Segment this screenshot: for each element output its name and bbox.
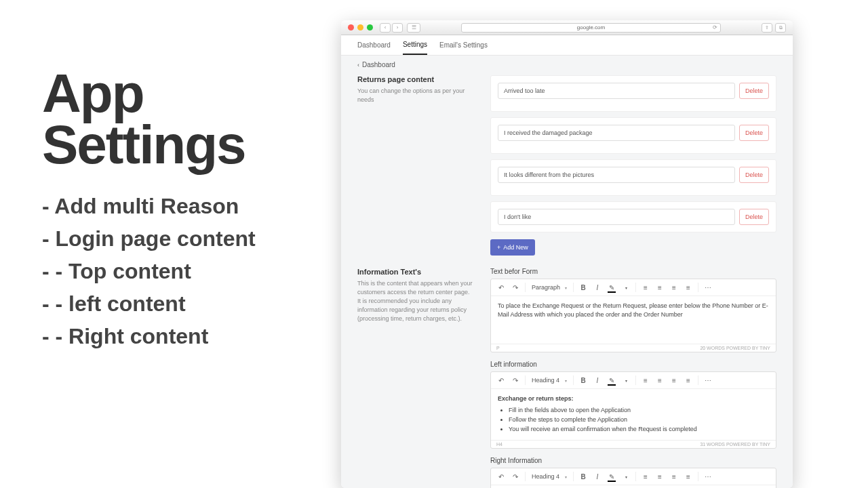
editor-content[interactable]: Is there a cost for exchange or return? … <box>491 485 776 488</box>
feature-item: - - left content <box>42 287 327 320</box>
undo-icon[interactable]: ↶ <box>495 374 507 386</box>
feature-list: - Add multi Reason - Login page content … <box>42 190 327 352</box>
feature-item: - Add multi Reason <box>42 190 327 222</box>
align-right-icon[interactable]: ≡ <box>668 470 680 483</box>
delete-button[interactable]: Delete <box>739 167 769 183</box>
align-left-icon[interactable]: ≡ <box>639 281 652 293</box>
share-icon[interactable]: ⇧ <box>762 23 772 33</box>
sidebar-toggle[interactable]: ☰ <box>407 23 420 33</box>
section-title-info: Information Text's <box>357 268 473 276</box>
align-left-icon[interactable]: ≡ <box>639 470 652 483</box>
editor-label-left: Left information <box>490 361 776 368</box>
italic-icon[interactable]: I <box>591 470 604 483</box>
text-color-icon[interactable]: ✎ <box>606 281 618 293</box>
italic-icon[interactable]: I <box>591 281 604 293</box>
bold-icon[interactable]: B <box>577 470 589 483</box>
align-justify-icon[interactable]: ≡ <box>682 281 694 293</box>
status-words: 20 WORDS POWERED BY TINY <box>700 346 770 350</box>
plus-icon: + <box>497 244 500 251</box>
section-desc-returns: You can change the options as per your n… <box>357 87 473 104</box>
editor-label-right: Right Information <box>490 457 776 464</box>
feature-item: - - Right content <box>42 320 327 352</box>
more-icon[interactable]: ⋯ <box>702 374 714 386</box>
redo-icon[interactable]: ↷ <box>509 281 521 293</box>
align-center-icon[interactable]: ≡ <box>654 374 666 386</box>
format-select[interactable]: Heading 4▾ <box>529 375 570 385</box>
maximize-icon[interactable] <box>367 24 373 30</box>
rich-text-editor-left: ↶ ↷ Heading 4▾ B I ✎ ▾ ≡ ≡ ≡ <box>490 371 776 449</box>
tabs-icon[interactable]: ⧉ <box>775 23 786 33</box>
delete-button[interactable]: Delete <box>739 83 769 99</box>
status-path: H4 <box>496 442 502 447</box>
feature-item: - Login page content <box>42 222 327 255</box>
align-center-icon[interactable]: ≡ <box>654 470 666 483</box>
align-left-icon[interactable]: ≡ <box>639 374 652 386</box>
reason-input[interactable] <box>498 83 735 99</box>
reason-input[interactable] <box>498 209 735 225</box>
forward-button[interactable]: › <box>392 23 403 33</box>
align-right-icon[interactable]: ≡ <box>668 281 680 293</box>
bold-icon[interactable]: B <box>577 374 589 386</box>
page-title: App Settings <box>42 68 327 171</box>
tab-emails-settings[interactable]: Email's Settings <box>439 36 488 54</box>
italic-icon[interactable]: I <box>591 374 604 386</box>
section-desc-info: This is the content that appears when yo… <box>357 279 473 323</box>
browser-chrome: ‹ › ☰ google.com ⟳ ⇧ ⧉ <box>341 20 793 35</box>
format-select[interactable]: Paragraph▾ <box>529 283 570 292</box>
breadcrumb[interactable]: ‹ Dashboard <box>341 56 793 74</box>
align-center-icon[interactable]: ≡ <box>654 281 666 293</box>
text-color-icon[interactable]: ✎ <box>606 470 618 483</box>
reason-input[interactable] <box>498 167 735 183</box>
editor-content[interactable]: Exchange or return steps: Fill in the fi… <box>491 389 776 440</box>
more-icon[interactable]: ⋯ <box>702 281 714 293</box>
tabs-bar: Dashboard Settings Email's Settings <box>341 35 793 56</box>
align-justify-icon[interactable]: ≡ <box>682 470 694 483</box>
chevron-left-icon: ‹ <box>357 62 359 68</box>
tab-settings[interactable]: Settings <box>403 35 427 55</box>
reason-input[interactable] <box>498 125 735 141</box>
chevron-down-icon[interactable]: ▾ <box>620 470 632 483</box>
redo-icon[interactable]: ↷ <box>509 470 521 483</box>
rich-text-editor-right: ↶ ↷ Heading 4▾ B I ✎ ▾ ≡ ≡ ≡ <box>490 468 776 488</box>
editor-content[interactable]: To place the Exchange Request or the Ret… <box>491 296 776 344</box>
add-new-button[interactable]: + Add New <box>490 239 535 256</box>
delete-button[interactable]: Delete <box>739 209 769 225</box>
chevron-down-icon[interactable]: ▾ <box>620 374 632 386</box>
refresh-icon[interactable]: ⟳ <box>713 24 717 30</box>
redo-icon[interactable]: ↷ <box>509 374 521 386</box>
align-justify-icon[interactable]: ≡ <box>682 374 694 386</box>
delete-button[interactable]: Delete <box>739 125 769 141</box>
rich-text-editor-top: ↶ ↷ Paragraph▾ B I ✎ ▾ ≡ ≡ ≡ <box>490 279 776 352</box>
text-color-icon[interactable]: ✎ <box>606 374 618 386</box>
traffic-lights <box>348 24 373 30</box>
url-bar[interactable]: google.com ⟳ <box>461 23 721 33</box>
format-select[interactable]: Heading 4▾ <box>529 472 570 481</box>
close-icon[interactable] <box>348 24 354 30</box>
align-right-icon[interactable]: ≡ <box>668 374 680 386</box>
chevron-down-icon[interactable]: ▾ <box>620 281 632 293</box>
status-path: P <box>496 346 500 350</box>
section-title-returns: Returns page content <box>357 75 473 83</box>
status-words: 31 WORDS POWERED BY TINY <box>700 442 770 447</box>
browser-window: ‹ › ☰ google.com ⟳ ⇧ ⧉ Dashboard Setting… <box>341 20 793 488</box>
more-icon[interactable]: ⋯ <box>702 470 714 483</box>
bold-icon[interactable]: B <box>577 281 589 293</box>
undo-icon[interactable]: ↶ <box>495 470 507 483</box>
minimize-icon[interactable] <box>357 24 363 30</box>
undo-icon[interactable]: ↶ <box>495 281 507 293</box>
feature-item: - - Top content <box>42 255 327 287</box>
back-button[interactable]: ‹ <box>380 23 391 33</box>
tab-dashboard[interactable]: Dashboard <box>357 36 391 54</box>
editor-label-top: Text befor Form <box>490 268 776 275</box>
